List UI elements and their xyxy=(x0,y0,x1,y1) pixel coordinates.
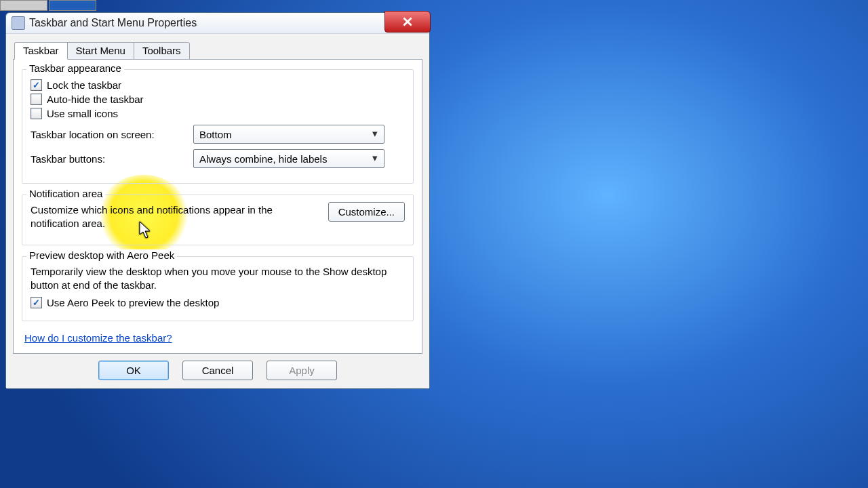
close-icon xyxy=(403,17,412,26)
location-row: Taskbar location on screen: Bottom ▾ xyxy=(31,125,405,144)
taskbar-buttons-value: Always combine, hide labels xyxy=(199,153,327,165)
autohide-row: Auto-hide the taskbar xyxy=(31,94,405,105)
cancel-button[interactable]: Cancel xyxy=(182,361,253,380)
peek-helptext: Temporarily view the desktop when you mo… xyxy=(31,265,405,291)
taskbar-buttons-label: Taskbar buttons: xyxy=(31,153,193,165)
group-taskbar-appearance: Taskbar appearance Lock the taskbar Auto… xyxy=(22,69,414,184)
taskbar-buttons-row: Taskbar buttons: Always combine, hide la… xyxy=(31,149,405,168)
small-icons-checkbox[interactable] xyxy=(31,108,42,119)
desktop-icon-strip xyxy=(0,0,98,11)
help-link-row: How do I customize the taskbar? xyxy=(24,332,414,344)
group-legend: Taskbar appearance xyxy=(26,62,124,74)
customize-label: Customize... xyxy=(338,206,395,218)
tab-toolbars[interactable]: Toolbars xyxy=(134,42,190,60)
group-aero-peek: Preview desktop with Aero Peek Temporari… xyxy=(22,256,414,321)
properties-dialog: Taskbar and Start Menu Properties Taskba… xyxy=(5,12,430,389)
chevron-down-icon: ▾ xyxy=(369,127,381,140)
peek-checkbox[interactable] xyxy=(31,297,42,308)
cancel-label: Cancel xyxy=(202,365,234,376)
tab-taskbar[interactable]: Taskbar xyxy=(14,42,68,60)
location-value: Bottom xyxy=(199,129,232,140)
tab-start-menu[interactable]: Start Menu xyxy=(67,42,134,60)
peek-label: Use Aero Peek to preview the desktop xyxy=(47,297,219,308)
dialog-button-row: OK Cancel Apply xyxy=(13,361,422,380)
location-combo[interactable]: Bottom ▾ xyxy=(193,125,384,144)
chevron-down-icon: ▾ xyxy=(369,152,381,164)
customize-button[interactable]: Customize... xyxy=(328,202,405,222)
ok-label: OK xyxy=(126,365,141,376)
titlebar[interactable]: Taskbar and Start Menu Properties xyxy=(6,13,429,34)
desktop-icon[interactable] xyxy=(0,0,47,11)
apply-label: Apply xyxy=(289,365,315,376)
close-button[interactable] xyxy=(384,11,431,33)
tab-label: Taskbar xyxy=(23,45,59,56)
location-label: Taskbar location on screen: xyxy=(31,129,193,140)
tab-strip: Taskbar Start Menu Toolbars xyxy=(14,39,422,60)
group-notification-area: Notification area Customize which icons … xyxy=(22,195,414,245)
desktop-icon[interactable] xyxy=(49,0,96,11)
lock-taskbar-checkbox[interactable] xyxy=(31,79,42,91)
tab-label: Start Menu xyxy=(76,45,125,56)
group-legend: Preview desktop with Aero Peek xyxy=(26,249,177,261)
system-icon xyxy=(12,16,25,30)
small-icons-label: Use small icons xyxy=(47,108,118,119)
taskbar-buttons-combo[interactable]: Always combine, hide labels ▾ xyxy=(193,149,384,168)
group-legend: Notification area xyxy=(26,188,105,199)
lock-taskbar-row: Lock the taskbar xyxy=(31,79,405,91)
autohide-label: Auto-hide the taskbar xyxy=(47,94,144,105)
lock-taskbar-label: Lock the taskbar xyxy=(47,79,121,91)
small-icons-row: Use small icons xyxy=(31,108,405,119)
notification-helptext: Customize which icons and notifications … xyxy=(31,203,321,230)
apply-button[interactable]: Apply xyxy=(267,361,337,380)
ok-button[interactable]: OK xyxy=(98,361,169,380)
tab-page-taskbar: Taskbar appearance Lock the taskbar Auto… xyxy=(13,59,422,354)
dialog-client: Taskbar Start Menu Toolbars Taskbar appe… xyxy=(6,34,429,388)
help-link[interactable]: How do I customize the taskbar? xyxy=(24,332,172,344)
peek-row: Use Aero Peek to preview the desktop xyxy=(31,297,405,308)
window-title: Taskbar and Start Menu Properties xyxy=(29,17,197,29)
tab-label: Toolbars xyxy=(142,45,181,56)
autohide-checkbox[interactable] xyxy=(31,94,42,105)
